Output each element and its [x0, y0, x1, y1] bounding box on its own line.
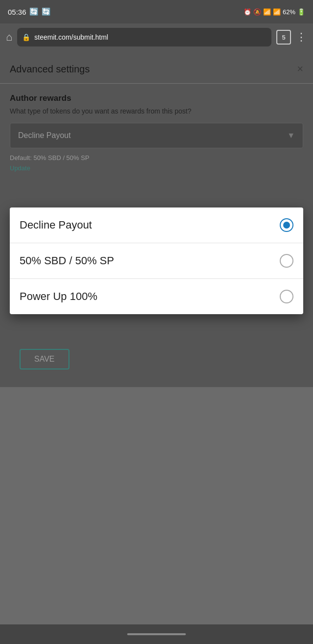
sync-icon-2: 🔄: [42, 7, 51, 16]
radio-decline-payout[interactable]: [280, 218, 293, 232]
browser-menu-button[interactable]: ⋮: [296, 31, 307, 44]
url-bar[interactable]: 🔒 steemit.com/submit.html: [17, 28, 271, 46]
tab-count-badge[interactable]: 5: [276, 30, 291, 45]
bottom-navigation: [0, 624, 313, 644]
status-bar: 05:36 🔄 🔄 ⏰ 🔕 📶 📶 62% 🔋: [0, 0, 313, 23]
radio-inner-selected: [283, 222, 290, 229]
browser-bar: ⌂ 🔒 steemit.com/submit.html 5 ⋮: [0, 23, 313, 51]
bottom-area: [0, 387, 313, 593]
signal-icon: 📶: [273, 8, 281, 16]
option-50sbd-50sp[interactable]: 50% SBD / 50% SP: [10, 243, 303, 279]
home-button[interactable]: ⌂: [6, 31, 12, 44]
option-decline-payout-label: Decline Payout: [20, 219, 92, 231]
radio-50sbd-50sp[interactable]: [280, 254, 293, 268]
lock-icon: 🔒: [22, 33, 30, 41]
wifi-icon: 📶: [263, 8, 271, 16]
battery-display: 62%: [283, 8, 295, 16]
option-power-up-100[interactable]: Power Up 100%: [10, 279, 303, 314]
time-display: 05:36: [8, 8, 26, 16]
sync-icon-1: 🔄: [29, 7, 39, 16]
option-50sbd-50sp-label: 50% SBD / 50% SP: [20, 254, 114, 267]
reward-options-modal: Decline Payout 50% SBD / 50% SP Power Up…: [10, 207, 303, 314]
mute-icon: 🔕: [253, 8, 261, 16]
page-background: Advanced settings × Author rewards What …: [0, 51, 313, 387]
alarm-icon: ⏰: [244, 8, 251, 16]
option-power-up-100-label: Power Up 100%: [20, 290, 97, 303]
radio-power-up-100[interactable]: [280, 290, 293, 303]
status-left: 05:36 🔄 🔄: [8, 7, 51, 16]
url-text: steemit.com/submit.html: [34, 33, 108, 41]
status-right: ⏰ 🔕 📶 📶 62% 🔋: [244, 8, 305, 16]
option-decline-payout[interactable]: Decline Payout: [10, 207, 303, 243]
battery-icon: 🔋: [297, 8, 305, 16]
nav-indicator: [127, 633, 186, 635]
